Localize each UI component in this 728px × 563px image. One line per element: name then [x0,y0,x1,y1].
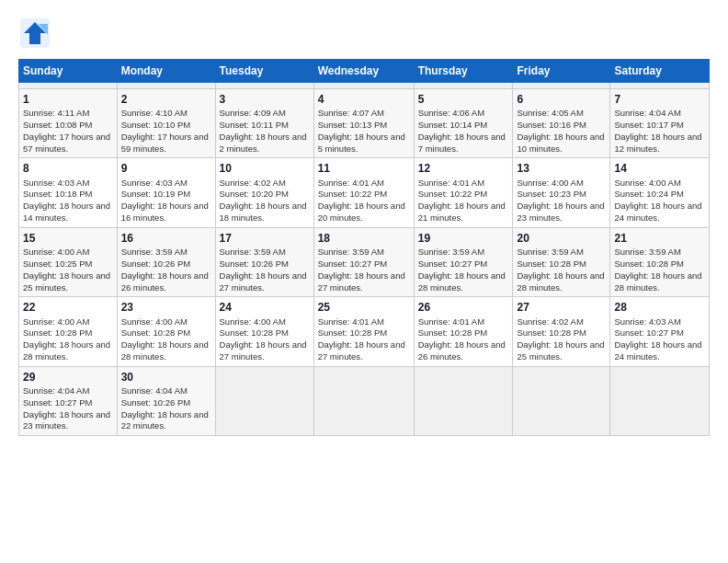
calendar-table: Sunday Monday Tuesday Wednesday Thursday… [18,59,710,436]
sunrise: Sunrise: 4:07 AM [318,108,384,118]
calendar-cell [610,366,710,435]
sunset: Sunset: 10:26 PM [121,397,191,408]
sunset: Sunset: 10:27 PM [614,327,684,338]
calendar-cell: 8Sunrise: 4:03 AMSunset: 10:18 PMDayligh… [19,158,118,227]
calendar-cell: 5Sunrise: 4:06 AMSunset: 10:14 PMDayligh… [414,89,513,158]
sunset: Sunset: 10:28 PM [517,327,586,338]
calendar-cell: 17Sunrise: 3:59 AMSunset: 10:26 PMDaylig… [215,227,313,296]
sunrise: Sunrise: 4:03 AM [23,178,89,188]
day-number: 29 [23,370,113,385]
daylight-label: Daylight: 18 hours and 16 minutes. [121,201,209,223]
sunrise: Sunrise: 4:09 AM [220,108,286,118]
day-number: 19 [418,231,509,246]
calendar-cell: 6Sunrise: 4:05 AMSunset: 10:16 PMDayligh… [513,89,610,158]
sunrise: Sunrise: 4:10 AM [121,108,188,118]
calendar-week-row: 8Sunrise: 4:03 AMSunset: 10:18 PMDayligh… [19,158,710,227]
sunset: Sunset: 10:14 PM [418,120,488,130]
calendar-cell: 28Sunrise: 4:03 AMSunset: 10:27 PMDaylig… [610,297,710,366]
calendar-cell: 26Sunrise: 4:01 AMSunset: 10:28 PMDaylig… [414,297,513,366]
day-number: 24 [220,300,310,315]
daylight-label: Daylight: 18 hours and 26 minutes. [121,270,209,293]
sunset: Sunset: 10:28 PM [418,327,488,338]
sunrise: Sunrise: 4:03 AM [121,178,188,188]
calendar-cell: 7Sunrise: 4:04 AMSunset: 10:17 PMDayligh… [610,89,710,158]
sunrise: Sunrise: 4:11 AM [23,108,89,118]
sunset: Sunset: 10:28 PM [220,327,290,338]
sunset: Sunset: 10:17 PM [614,120,684,130]
calendar-cell: 23Sunrise: 4:00 AMSunset: 10:28 PMDaylig… [117,297,215,366]
calendar-cell [215,366,313,435]
calendar-cell [513,83,610,89]
calendar-header-row: Sunday Monday Tuesday Wednesday Thursday… [19,60,710,83]
col-friday: Friday [513,60,610,83]
sunset: Sunset: 10:27 PM [318,259,388,269]
logo-icon [18,17,51,50]
sunset: Sunset: 10:28 PM [614,259,684,269]
daylight-label: Daylight: 18 hours and 25 minutes. [517,339,604,362]
sunrise: Sunrise: 4:05 AM [517,108,583,118]
daylight-label: Daylight: 18 hours and 14 minutes. [23,201,110,223]
sunrise: Sunrise: 4:00 AM [121,316,188,327]
daylight-label: Daylight: 18 hours and 21 minutes. [418,201,506,223]
daylight-label: Daylight: 18 hours and 12 minutes. [614,132,701,154]
calendar-week-row: 29Sunrise: 4:04 AMSunset: 10:27 PMDaylig… [19,366,710,435]
daylight-label: Daylight: 18 hours and 27 minutes. [220,270,307,293]
sunrise: Sunrise: 4:01 AM [318,316,384,327]
sunrise: Sunrise: 3:59 AM [614,247,680,257]
sunset: Sunset: 10:20 PM [220,189,290,199]
col-thursday: Thursday [414,60,513,83]
daylight-label: Daylight: 18 hours and 26 minutes. [418,339,506,362]
col-saturday: Saturday [610,60,710,83]
calendar-cell: 12Sunrise: 4:01 AMSunset: 10:22 PMDaylig… [414,158,513,227]
sunset: Sunset: 10:18 PM [23,189,93,199]
daylight-label: Daylight: 18 hours and 25 minutes. [23,270,110,293]
sunset: Sunset: 10:28 PM [121,327,191,338]
daylight-label: Daylight: 18 hours and 27 minutes. [220,339,307,362]
calendar-cell: 1Sunrise: 4:11 AMSunset: 10:08 PMDayligh… [19,89,118,158]
calendar-cell: 15Sunrise: 4:00 AMSunset: 10:25 PMDaylig… [19,227,118,296]
daylight-label: Daylight: 18 hours and 2 minutes. [220,132,307,154]
sunrise: Sunrise: 4:02 AM [517,316,583,327]
sunset: Sunset: 10:28 PM [517,259,586,269]
sunrise: Sunrise: 4:00 AM [614,178,680,188]
sunrise: Sunrise: 4:01 AM [418,178,484,188]
daylight-label: Daylight: 18 hours and 23 minutes. [23,409,110,431]
day-number: 4 [318,92,410,107]
daylight-label: Daylight: 18 hours and 24 minutes. [614,339,701,362]
daylight-label: Daylight: 18 hours and 28 minutes. [121,339,209,362]
calendar-cell: 3Sunrise: 4:09 AMSunset: 10:11 PMDayligh… [215,89,313,158]
col-wednesday: Wednesday [313,60,414,83]
calendar-week-row: 15Sunrise: 4:00 AMSunset: 10:25 PMDaylig… [19,227,710,296]
day-number: 15 [23,231,113,246]
calendar-cell [313,83,414,89]
sunrise: Sunrise: 4:02 AM [220,178,286,188]
day-number: 25 [318,300,410,315]
calendar-cell: 21Sunrise: 3:59 AMSunset: 10:28 PMDaylig… [610,227,710,296]
day-number: 11 [318,161,410,176]
sunset: Sunset: 10:26 PM [220,259,290,269]
sunset: Sunset: 10:16 PM [517,120,586,130]
day-number: 10 [220,161,310,176]
sunrise: Sunrise: 4:01 AM [418,316,484,327]
calendar-cell: 9Sunrise: 4:03 AMSunset: 10:19 PMDayligh… [117,158,215,227]
calendar-week-row [19,83,710,89]
daylight-label: Daylight: 18 hours and 23 minutes. [517,201,604,223]
sunset: Sunset: 10:22 PM [418,189,488,199]
day-number: 1 [23,92,113,107]
daylight-label: Daylight: 18 hours and 10 minutes. [517,132,604,154]
sunrise: Sunrise: 4:00 AM [517,178,583,188]
calendar-cell [313,366,414,435]
daylight-label: Daylight: 18 hours and 28 minutes. [517,270,604,293]
calendar-cell: 30Sunrise: 4:04 AMSunset: 10:26 PMDaylig… [117,366,215,435]
sunset: Sunset: 10:24 PM [614,189,684,199]
sunrise: Sunrise: 4:06 AM [418,108,484,118]
sunrise: Sunrise: 3:59 AM [318,247,384,257]
sunrise: Sunrise: 4:00 AM [23,247,89,257]
daylight-label: Daylight: 18 hours and 5 minutes. [318,132,405,154]
calendar-week-row: 22Sunrise: 4:00 AMSunset: 10:28 PMDaylig… [19,297,710,366]
sunset: Sunset: 10:22 PM [318,189,388,199]
sunset: Sunset: 10:26 PM [121,259,191,269]
day-number: 28 [614,300,705,315]
sunset: Sunset: 10:27 PM [418,259,488,269]
daylight-label: Daylight: 18 hours and 24 minutes. [614,201,701,223]
